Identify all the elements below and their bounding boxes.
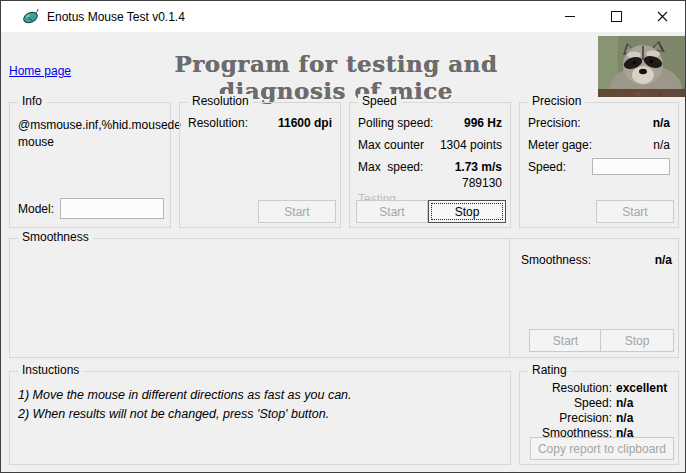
smoothness-divider bbox=[509, 239, 510, 357]
device-info-text: @msmouse.inf,%hid.mousede mouse bbox=[18, 117, 181, 151]
rating-legend: Rating bbox=[528, 363, 571, 377]
max-speed-value: 1.73 m/s bbox=[455, 160, 502, 174]
speed-counter-raw: 789130 bbox=[462, 176, 502, 190]
precision-start-button: Start bbox=[596, 200, 674, 223]
meter-gage-label: Meter gage: bbox=[528, 138, 592, 152]
app-mouse-icon bbox=[22, 8, 39, 25]
rating-row-precision: Precision: n/a bbox=[526, 411, 672, 426]
rating-speed-label: Speed: bbox=[526, 396, 612, 410]
rating-row-speed: Speed: n/a bbox=[526, 396, 672, 411]
app-motto: Program for testing and diagnosis of mic… bbox=[111, 50, 561, 104]
close-icon bbox=[657, 11, 668, 22]
meter-gage-value: n/a bbox=[653, 138, 670, 152]
precision-speed-gauge bbox=[592, 158, 670, 175]
smoothness-label: Smoothness: bbox=[521, 253, 591, 267]
rating-resolution-value: excellent bbox=[616, 381, 667, 395]
model-label: Model: bbox=[18, 202, 54, 216]
precision-legend: Precision bbox=[528, 94, 585, 108]
close-button[interactable] bbox=[639, 1, 685, 32]
info-groupbox: Info @msmouse.inf,%hid.mousede mouse Mod… bbox=[9, 102, 171, 228]
instruction-line-2: 2) When results will not be changed, pre… bbox=[18, 405, 502, 424]
smoothness-legend: Smoothness bbox=[18, 230, 93, 244]
precision-label: Precision: bbox=[528, 116, 581, 130]
instructions-legend: Instuctions bbox=[18, 363, 83, 377]
resolution-value: 11600 dpi bbox=[278, 116, 332, 130]
precision-value: n/a bbox=[653, 116, 670, 130]
resolution-start-button: Start bbox=[258, 200, 336, 223]
speed-start-button: Start bbox=[356, 200, 428, 223]
rating-precision-label: Precision: bbox=[526, 411, 612, 425]
rating-resolution-label: Resolution: bbox=[526, 381, 612, 395]
resolution-groupbox: Resolution Resolution: 11600 dpi Start bbox=[179, 102, 341, 228]
info-legend: Info bbox=[18, 94, 46, 108]
app-window: Enotus Mouse Test v0.1.4 Home page Progr… bbox=[0, 0, 686, 473]
smoothness-value: n/a bbox=[655, 253, 672, 267]
rating-row-resolution: Resolution: excellent bbox=[526, 381, 672, 396]
smoothness-start-button: Start bbox=[529, 329, 602, 352]
precision-speed-label: Speed: bbox=[528, 160, 566, 174]
window-title: Enotus Mouse Test v0.1.4 bbox=[47, 10, 185, 24]
max-speed-label: Max speed: bbox=[358, 160, 423, 174]
max-counter-label: Max counter bbox=[358, 138, 424, 152]
smoothness-groupbox: Smoothness Smoothness: n/a Start Stop bbox=[9, 238, 679, 358]
raccoon-photo bbox=[598, 36, 686, 97]
rating-precision-value: n/a bbox=[616, 411, 633, 425]
instruction-line-1: 1) Move the mouse in different direction… bbox=[18, 386, 502, 405]
resolution-label: Resolution: bbox=[188, 116, 248, 130]
home-page-link[interactable]: Home page bbox=[9, 64, 71, 78]
max-counter-value: 1304 points bbox=[440, 138, 502, 152]
minimize-button[interactable] bbox=[547, 1, 593, 32]
speed-legend: Speed bbox=[358, 94, 401, 108]
device-info-line2: mouse bbox=[18, 134, 181, 151]
resolution-legend: Resolution bbox=[188, 94, 253, 108]
maximize-icon bbox=[611, 11, 622, 22]
speed-stop-button[interactable]: Stop bbox=[428, 200, 506, 223]
copy-report-button: Copy report to clipboard bbox=[530, 437, 674, 460]
instructions-groupbox: Instuctions 1) Move the mouse in differe… bbox=[9, 371, 511, 465]
rating-speed-value: n/a bbox=[616, 396, 633, 410]
polling-speed-label: Polling speed: bbox=[358, 116, 433, 130]
model-input[interactable] bbox=[60, 198, 164, 219]
polling-speed-value: 996 Hz bbox=[464, 116, 502, 130]
maximize-button[interactable] bbox=[593, 1, 639, 32]
minimize-icon bbox=[565, 16, 575, 17]
device-info-line1: @msmouse.inf,%hid.mousede bbox=[18, 117, 181, 134]
caption-buttons bbox=[547, 1, 685, 32]
speed-groupbox: Speed Polling speed: 996 Hz Max counter … bbox=[349, 102, 511, 228]
smoothness-stop-button: Stop bbox=[600, 329, 674, 352]
precision-groupbox: Precision Precision: n/a Meter gage: n/a… bbox=[519, 102, 679, 228]
rating-groupbox: Rating Resolution: excellent Speed: n/a … bbox=[519, 371, 679, 465]
